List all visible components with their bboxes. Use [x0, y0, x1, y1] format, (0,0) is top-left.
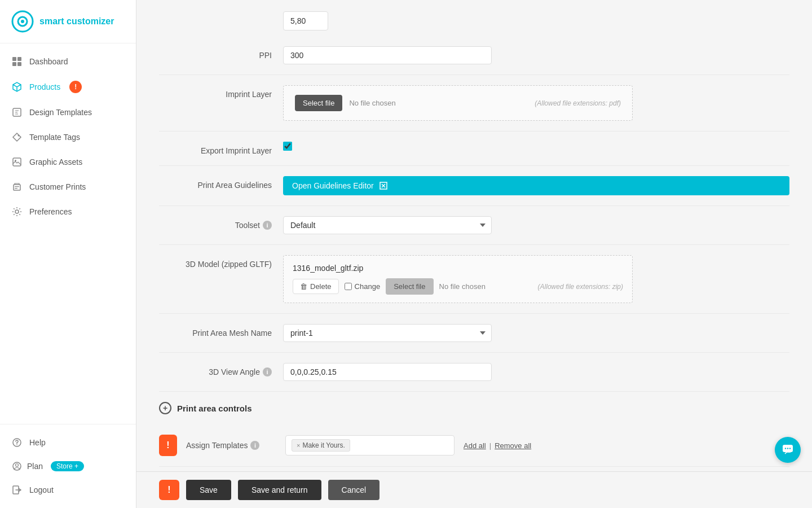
sidebar-item-help[interactable]: Help [0, 430, 136, 455]
products-icon [11, 81, 23, 93]
assign-templates-label: Assign Templates i [186, 441, 276, 450]
sidebar-item-products[interactable]: Products ! [0, 74, 136, 100]
imprint-layer-control: Select file No file chosen (Allowed file… [283, 85, 789, 121]
svg-rect-13 [15, 188, 17, 189]
mesh-name-control: print-1 [283, 324, 789, 342]
sidebar-item-label: Help [29, 438, 46, 447]
dashboard-icon [11, 56, 23, 67]
sidebar-item-label: Logout [29, 485, 54, 494]
products-badge: ! [69, 81, 82, 93]
sidebar-item-label: Design Templates [29, 108, 92, 117]
svg-rect-3 [12, 57, 16, 61]
sidebar-item-template-tags[interactable]: Template Tags [0, 125, 136, 150]
svg-rect-9 [13, 158, 21, 166]
print-area-controls-section[interactable]: + Print area controls [159, 392, 789, 424]
export-imprint-checkbox[interactable] [283, 142, 292, 151]
change-checkbox-label[interactable]: Change [345, 282, 381, 291]
sidebar-item-design-templates[interactable]: Design Templates [0, 100, 136, 125]
save-return-button[interactable]: Save and return [238, 480, 321, 500]
sidebar: smart customizer Dashboard Products ! De… [0, 0, 136, 508]
view-angle-control [283, 363, 789, 381]
sidebar-item-logout[interactable]: Logout [0, 478, 136, 502]
ppi-row: PPI [159, 36, 789, 75]
svg-point-21 [785, 448, 786, 449]
mesh-name-select[interactable]: print-1 [283, 324, 492, 342]
change-checkbox[interactable] [345, 283, 352, 290]
app-name: smart customizer [39, 16, 114, 27]
app-logo-icon [11, 10, 34, 33]
view-angle-info-icon[interactable]: i [263, 367, 272, 376]
open-guidelines-button[interactable]: Open Guidelines Editor [283, 176, 789, 195]
chat-button[interactable] [775, 437, 801, 463]
tag-item: × Make it Yours. [292, 439, 350, 452]
imprint-layer-label: Imprint Layer [159, 85, 272, 99]
svg-point-22 [787, 448, 788, 449]
tag-remove-button[interactable]: × [297, 442, 300, 449]
svg-point-10 [15, 160, 16, 161]
chat-icon [782, 444, 794, 456]
zip-file-allowed: (Allowed file extensions: zip) [538, 283, 623, 291]
print-area-guidelines-label: Print Area Guidelines [159, 176, 272, 190]
dimension-input[interactable] [283, 11, 328, 30]
sidebar-item-label: Graphic Assets [29, 157, 82, 167]
sidebar-item-preferences[interactable]: Preferences [0, 199, 136, 224]
remove-all-button[interactable]: Remove all [495, 441, 531, 450]
dimension-row [159, 0, 789, 30]
svg-rect-12 [15, 186, 19, 187]
svg-rect-4 [17, 57, 21, 61]
svg-point-8 [18, 135, 20, 137]
mesh-name-label: Print Area Mesh Name [159, 324, 272, 338]
assign-warning-icon: ! [159, 435, 177, 456]
view-angle-input[interactable] [283, 363, 492, 381]
bottom-bar: ! Save Save and return Cancel [136, 471, 812, 508]
save-button[interactable]: Save [186, 480, 231, 500]
toolset-row: Toolset i Default Advanced Custom [159, 206, 789, 245]
tag-label: Make it Yours. [302, 441, 345, 449]
ppi-input[interactable] [283, 46, 492, 64]
print-area-controls-toggle[interactable]: + [159, 402, 171, 414]
svg-point-18 [16, 464, 19, 467]
sidebar-item-label: Preferences [29, 207, 72, 216]
model-3d-area: 1316_model_gltf.zip 🗑 Delete Change Sele… [283, 255, 633, 303]
design-templates-icon [11, 107, 23, 118]
svg-rect-6 [17, 62, 21, 66]
toolset-info-icon[interactable]: i [263, 221, 272, 230]
model-filename: 1316_model_gltf.zip [293, 264, 623, 273]
delete-model-button[interactable]: 🗑 Delete [293, 279, 339, 294]
imprint-file-name: No file chosen [349, 99, 395, 107]
select-file-button[interactable]: Select file [295, 95, 342, 111]
content-area: PPI Imprint Layer Select file No file ch… [136, 0, 812, 508]
add-all-button[interactable]: Add all [464, 441, 486, 450]
graphic-assets-icon [11, 156, 23, 168]
export-imprint-control [283, 142, 789, 151]
sidebar-item-customer-prints[interactable]: Customer Prints [0, 174, 136, 199]
sidebar-item-label: Dashboard [29, 57, 68, 66]
template-tags-icon [11, 132, 23, 143]
sidebar-item-plan[interactable]: Plan Store + [0, 455, 136, 478]
select-zip-button[interactable]: Select file [386, 278, 433, 295]
sidebar-item-label: Template Tags [29, 133, 80, 142]
svg-point-16 [16, 444, 17, 445]
main-content: PPI Imprint Layer Select file No file ch… [136, 0, 812, 508]
toolset-label: Toolset i [159, 216, 272, 230]
sidebar-item-graphic-assets[interactable]: Graphic Assets [0, 150, 136, 174]
preferences-icon [11, 206, 23, 217]
sidebar-item-dashboard[interactable]: Dashboard [0, 49, 136, 74]
svg-point-23 [789, 448, 791, 449]
customer-prints-icon [11, 181, 23, 192]
zip-file-name: No file chosen [439, 282, 486, 291]
assign-info-icon[interactable]: i [250, 441, 259, 450]
ppi-label: PPI [159, 46, 272, 60]
sidebar-item-label: Products [29, 82, 60, 91]
imprint-file-upload-area: Select file No file chosen (Allowed file… [283, 85, 633, 121]
toolset-control: Default Advanced Custom [283, 216, 789, 234]
toolset-select[interactable]: Default Advanced Custom [283, 216, 492, 234]
model-3d-control: 1316_model_gltf.zip 🗑 Delete Change Sele… [283, 255, 789, 303]
svg-rect-11 [14, 185, 20, 190]
cancel-button[interactable]: Cancel [328, 480, 380, 500]
assign-templates-row: ! Assign Templates i × Make it Yours. Ad… [159, 424, 789, 467]
imprint-file-allowed: (Allowed file extensions: pdf) [535, 99, 621, 107]
logout-icon [11, 484, 23, 496]
assign-templates-input[interactable]: × Make it Yours. [285, 435, 454, 456]
store-badge[interactable]: Store + [51, 461, 84, 471]
